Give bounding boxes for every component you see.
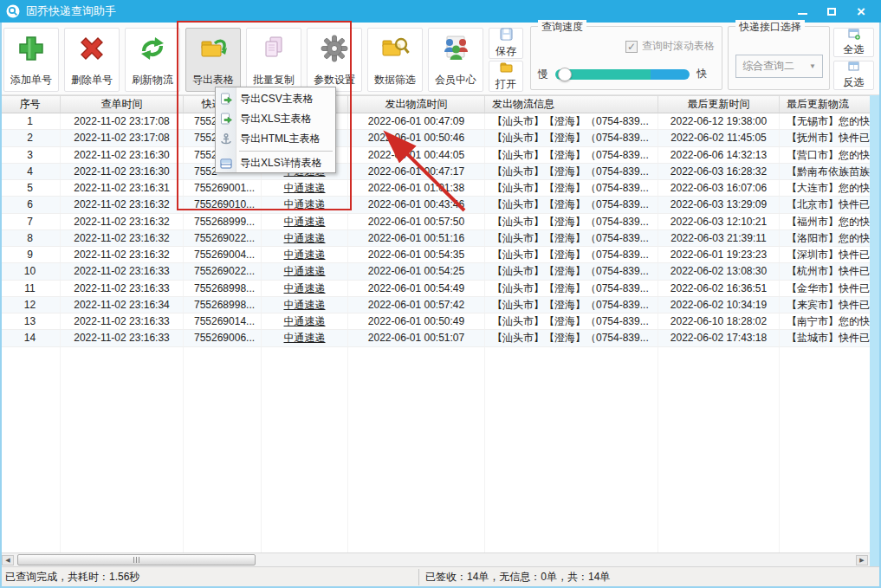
- interface-dropdown[interactable]: 综合查询二 ▼: [735, 55, 823, 78]
- table-cell: 中通速递: [262, 180, 348, 196]
- table-cell: 【汕头市】【澄海】（0754-839...: [485, 147, 658, 163]
- table-cell: 2022-06-02 13:08:30: [658, 263, 780, 279]
- invert-selection-button[interactable]: 反选: [833, 61, 874, 90]
- menu-item-export-xls-detail[interactable]: 导出XLS详情表格: [216, 153, 335, 173]
- button-label: 打开: [496, 77, 516, 92]
- table-cell: 【大连市】您的快递: [780, 180, 871, 196]
- table-cell: 2022-06-01 00:54:25: [348, 263, 485, 279]
- scroll-right-arrow-icon[interactable]: ▶: [856, 555, 868, 565]
- table-cell: 【汕头市】【澄海】（0754-839...: [485, 330, 658, 346]
- table-cell: 2022-06-03 21:39:11: [658, 230, 780, 246]
- table-row[interactable]: 32022-11-02 23:16:307552中通速递2022-06-01 0…: [0, 147, 871, 164]
- table-cell: 中通速递: [262, 313, 348, 329]
- table-cell: 中通速递: [262, 263, 348, 279]
- horizontal-scrollbar-thumb[interactable]: [17, 554, 256, 565]
- empty-cell: [61, 347, 184, 552]
- table-row[interactable]: 132022-11-02 23:16:33755269014...中通速递202…: [0, 313, 871, 330]
- table-cell: 5: [0, 180, 61, 196]
- col-header-seq[interactable]: 序号: [0, 96, 61, 113]
- table-row[interactable]: 22022-11-02 23:17:087552中通速递2022-06-01 0…: [0, 130, 871, 146]
- export-table-button[interactable]: 导出表格: [185, 28, 241, 92]
- col-header-update-time[interactable]: 最后更新时间: [658, 96, 780, 113]
- settings-button[interactable]: 参数设置: [307, 28, 362, 92]
- table-cell: 【来宾市】快件已签收: [780, 297, 871, 313]
- table-row[interactable]: 92022-11-02 23:16:32755269004...中通速递2022…: [0, 247, 871, 263]
- status-query-result: 已查询完成，共耗时：1.56秒: [5, 567, 139, 586]
- horizontal-scrollbar[interactable]: ◀ ▶: [0, 552, 870, 566]
- table-row[interactable]: 52022-11-02 23:16:31755269001...中通速递2022…: [0, 180, 871, 197]
- save-icon: [500, 28, 513, 43]
- open-icon: [500, 61, 513, 76]
- close-button[interactable]: ×: [846, 0, 876, 23]
- table-row[interactable]: 142022-11-02 23:16:33755269006...中通速递202…: [0, 330, 871, 346]
- data-filter-button[interactable]: 数据筛选: [367, 28, 423, 92]
- button-label: 参数设置: [314, 73, 355, 87]
- settings-gear-icon: [319, 33, 350, 67]
- menu-item-export-csv[interactable]: 导出CSV主表格: [216, 89, 335, 109]
- speed-slider[interactable]: [555, 69, 690, 80]
- menu-item-export-html[interactable]: 导出HTML主表格: [216, 129, 335, 149]
- table-cell: 2022-06-01 00:54:49: [348, 281, 485, 296]
- table-row[interactable]: 122022-11-02 23:16:34755268998...中通速递202…: [0, 297, 871, 313]
- table-cell: 中通速递: [262, 197, 348, 212]
- table-cell: 【汕头市】【澄海】（0754-839...: [485, 297, 658, 313]
- table-cell: 9: [0, 247, 61, 262]
- scroll-left-arrow-icon[interactable]: ◀: [2, 555, 14, 565]
- table-cell: 2022-06-03 13:29:09: [658, 197, 780, 212]
- member-center-button[interactable]: 会员中心: [428, 28, 483, 92]
- open-button[interactable]: 打开: [489, 61, 523, 92]
- col-header-update-info[interactable]: 最后更新物流: [780, 96, 871, 113]
- maximize-button[interactable]: [817, 0, 846, 23]
- table-cell: 【汕头市】【澄海】（0754-839...: [485, 197, 658, 212]
- empty-cell: [262, 347, 348, 552]
- table-cell: 2022-06-01 00:50:46: [348, 130, 485, 145]
- table-cell: 2022-11-02 23:16:32: [61, 230, 184, 246]
- table-cell: 2022-06-01 00:54:35: [348, 247, 485, 262]
- table-cell: 755269001...: [184, 180, 262, 196]
- button-label: 导出表格: [192, 73, 234, 87]
- add-plus-icon: [16, 33, 47, 67]
- delete-order-button[interactable]: 删除单号: [64, 28, 120, 92]
- table-cell: 【福州市】您的快递: [780, 214, 871, 229]
- express-interface-panel: 快递接口选择 综合查询二 ▼: [728, 26, 830, 90]
- col-header-dispatch-time[interactable]: 发出物流时间: [348, 96, 485, 113]
- table-cell: 中通速递: [262, 247, 348, 262]
- table-row[interactable]: 82022-11-02 23:16:32755269022...中通速递2022…: [0, 230, 871, 247]
- save-button[interactable]: 保存: [489, 28, 523, 59]
- scroll-table-checkbox[interactable]: ✓: [625, 41, 638, 53]
- add-order-button[interactable]: 添加单号: [3, 28, 59, 92]
- table-cell: 2022-11-02 23:16:30: [61, 147, 184, 163]
- export-xls-icon: [219, 113, 233, 126]
- table-cell: 2022-06-10 18:28:02: [658, 313, 780, 329]
- table-row[interactable]: 42022-11-02 23:16:307552中通速递2022-06-01 0…: [0, 164, 871, 180]
- table-cell: 【汕头市】【澄海】（0754-839...: [485, 247, 658, 262]
- col-header-dispatch-info[interactable]: 发出物流信息: [485, 96, 658, 113]
- table-cell: 【南宁市】您的快递: [780, 313, 871, 329]
- col-header-query-time[interactable]: 查单时间: [61, 96, 184, 113]
- table-row[interactable]: 62022-11-02 23:16:32755269010...中通速递2022…: [0, 197, 871, 213]
- table-cell: 2022-11-02 23:16:32: [61, 197, 184, 212]
- dropdown-value: 综合查询二: [742, 59, 794, 74]
- delete-x-icon: [76, 33, 107, 67]
- table-cell: 13: [0, 313, 61, 329]
- slider-handle[interactable]: [558, 68, 572, 81]
- refresh-logistics-button[interactable]: 刷新物流: [125, 28, 180, 92]
- vertical-scrollbar[interactable]: [870, 95, 879, 566]
- menu-item-export-xls[interactable]: 导出XLS主表格: [216, 109, 335, 129]
- select-all-button[interactable]: 全选: [833, 28, 874, 57]
- batch-copy-button[interactable]: 批量复制: [246, 28, 301, 92]
- table-cell: 【深圳市】快件已签收: [780, 247, 871, 262]
- table-cell: 2022-06-02 10:34:19: [658, 297, 780, 313]
- table-cell: 【汕头市】【澄海】（0754-839...: [485, 313, 658, 329]
- table-cell: 2022-06-01 00:57:50: [348, 214, 485, 229]
- checkbox-label: 查询时滚动表格: [642, 39, 715, 54]
- table-cell: 【洛阳市】您的快递: [780, 230, 871, 246]
- table-row[interactable]: 112022-11-02 23:16:33755268998...中通速递202…: [0, 281, 871, 297]
- table-cell: 755269014...: [184, 313, 262, 329]
- query-speed-panel: 查询速度 ✓ 查询时滚动表格 慢 快: [530, 26, 722, 90]
- table-cell: 755268998...: [184, 281, 262, 296]
- table-row[interactable]: 12022-11-02 23:17:087552中通速递2022-06-01 0…: [0, 113, 871, 130]
- table-row[interactable]: 72022-11-02 23:16:32755268999...中通速递2022…: [0, 214, 871, 230]
- table-row[interactable]: 102022-11-02 23:16:33755269022...中通速递202…: [0, 263, 871, 280]
- table-cell: 755269022...: [184, 263, 262, 279]
